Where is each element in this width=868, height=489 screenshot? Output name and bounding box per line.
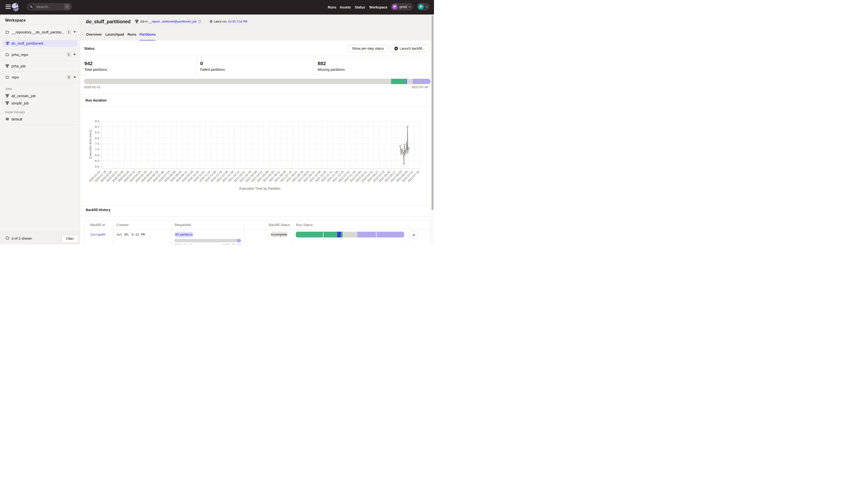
svg-text:9.5: 9.5 — [95, 120, 99, 123]
svg-text:8.0: 8.0 — [95, 136, 99, 140]
svg-text:6.0: 6.0 — [95, 159, 99, 163]
svg-text:5.5: 5.5 — [95, 165, 99, 168]
svg-text:Execution time (secs): Execution time (secs) — [89, 130, 92, 159]
svg-text:9.0: 9.0 — [95, 125, 99, 129]
svg-text:6.5: 6.5 — [95, 153, 99, 157]
svg-text:7.0: 7.0 — [95, 148, 99, 151]
svg-text:8.5: 8.5 — [95, 131, 99, 134]
svg-text:Execution Time by Partition: Execution Time by Partition — [239, 187, 281, 191]
svg-text:7.5: 7.5 — [95, 142, 99, 145]
